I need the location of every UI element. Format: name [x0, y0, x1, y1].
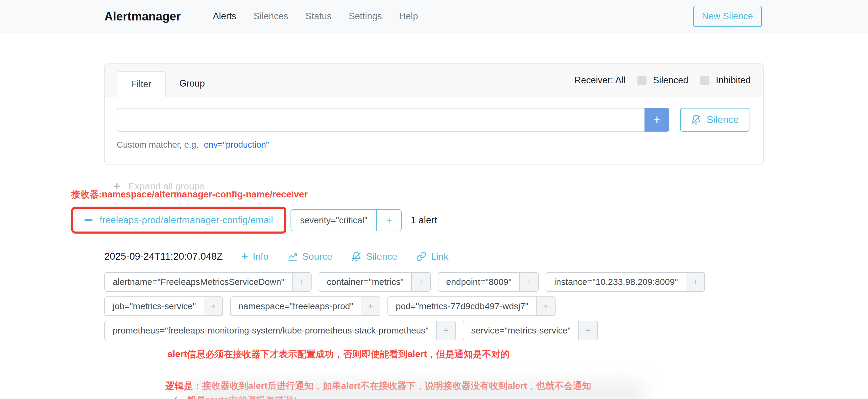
group-matcher: severity="critical" + — [290, 209, 402, 231]
receiver-group-name: freeleaps-prod/alertmanager-config/email — [100, 215, 273, 225]
new-silence-button[interactable]: New Silence — [693, 6, 762, 27]
matcher-input-group: + — [117, 108, 670, 132]
alert-count: 1 alert — [410, 215, 437, 225]
nav-link-alerts[interactable]: Alerts — [213, 11, 236, 22]
label-add-button[interactable]: + — [436, 321, 455, 340]
matcher-input-row: + Silence — [117, 108, 749, 132]
annotation-highlight-box: freeleaps-prod/alertmanager-config/email — [71, 207, 286, 234]
label-add-button[interactable]: + — [519, 273, 538, 291]
add-matcher-button[interactable]: + — [645, 108, 670, 132]
chain-link-icon — [416, 251, 426, 262]
chart-line-icon — [287, 251, 298, 262]
app-brand[interactable]: Alertmanager — [104, 10, 181, 23]
tab-group[interactable]: Group — [166, 71, 218, 97]
inhibited-checkbox-label: Inhibited — [716, 75, 751, 86]
nav-link-status[interactable]: Status — [305, 11, 332, 22]
silence-button-label: Silence — [707, 114, 739, 125]
label-chip-text: container="metrics" — [319, 273, 411, 291]
silence-alert-label: Silence — [366, 251, 397, 262]
alert-link-label: Link — [431, 251, 448, 262]
alert-link[interactable]: Link — [416, 251, 448, 262]
navbar: Alertmanager Alerts Silences Status Sett… — [0, 0, 868, 33]
label-chip: job="metrics-service" + — [104, 297, 223, 316]
inhibited-checkbox[interactable] — [700, 76, 709, 85]
silenced-checkbox[interactable] — [638, 76, 647, 85]
tab-filter[interactable]: Filter — [117, 71, 166, 97]
label-add-button[interactable]: + — [536, 297, 555, 315]
plus-icon: + — [242, 251, 248, 262]
label-chip: pod="metrics-77d9cdb497-wdsj7" + — [388, 297, 556, 316]
filter-card-header: Filter Group Receiver: All Silenced Inhi… — [105, 64, 763, 97]
silence-alert-button[interactable]: Silence — [351, 251, 397, 262]
matcher-hint-text: Custom matcher, e.g. — [117, 140, 198, 149]
inhibited-checkbox-item[interactable]: Inhibited — [700, 75, 751, 86]
label-chip-text: endpoint="8009" — [438, 273, 519, 291]
silenced-checkbox-item[interactable]: Silenced — [638, 75, 688, 86]
label-add-button[interactable]: + — [361, 297, 380, 315]
annotation-receiver-note: 接收器:namespace/altermanager-config-name/r… — [71, 188, 868, 201]
info-button-label: Info — [253, 251, 268, 262]
filter-card-body: + Silence Custom matcher, e.g. env="prod… — [105, 97, 763, 164]
label-add-button[interactable]: + — [204, 297, 223, 315]
filter-header-controls: Receiver: All Silenced Inhibited — [575, 75, 751, 86]
bell-slash-icon — [691, 115, 702, 125]
bell-slash-icon — [351, 251, 361, 262]
label-chip-text: namespace="freeleaps-prod" — [230, 297, 361, 315]
group-matcher-add-button[interactable]: + — [376, 210, 401, 231]
label-chip-text: pod="metrics-77d9cdb497-wdsj7" — [388, 297, 536, 315]
filter-card: Filter Group Receiver: All Silenced Inhi… — [104, 63, 764, 165]
label-chip: namespace="freeleaps-prod" + — [230, 297, 380, 316]
label-add-button[interactable]: + — [411, 273, 430, 291]
label-chip-text: prometheus="freeleaps-monitoring-system/… — [105, 321, 436, 340]
alert-timestamp: 2025-09-24T11:20:07.048Z — [104, 251, 223, 262]
nav-link-silences[interactable]: Silences — [253, 11, 288, 22]
silence-button[interactable]: Silence — [680, 108, 749, 132]
label-chip: instance="10.233.98.209:8009" + — [546, 272, 705, 292]
label-add-button[interactable]: + — [578, 321, 597, 340]
matcher-hint: Custom matcher, e.g. env="production" — [117, 140, 749, 150]
alert-group-row: freeleaps-prod/alertmanager-config/email… — [71, 207, 868, 234]
minus-icon — [85, 219, 92, 221]
matcher-example-link[interactable]: env="production" — [204, 140, 269, 149]
source-link-label: Source — [302, 251, 332, 262]
alert-labels: alertname="FreeleapsMetricsServiceDown" … — [104, 272, 774, 340]
label-chip-text: alertname="FreeleapsMetricsServiceDown" — [105, 273, 292, 291]
label-chip-text: job="metrics-service" — [105, 297, 204, 315]
label-add-button[interactable]: + — [686, 273, 705, 291]
label-chip: alertname="FreeleapsMetricsServiceDown" … — [104, 272, 312, 292]
label-chip-text: service="metrics-service" — [463, 321, 578, 340]
matcher-input[interactable] — [117, 108, 645, 132]
silenced-checkbox-label: Silenced — [653, 75, 688, 86]
label-add-button[interactable]: + — [292, 273, 311, 291]
nav-link-help[interactable]: Help — [399, 11, 418, 22]
label-chip: prometheus="freeleaps-monitoring-system/… — [104, 321, 456, 340]
alert-header-row: 2025-09-24T11:20:07.048Z + Info Source S… — [104, 251, 868, 262]
label-chip: endpoint="8009" + — [438, 272, 539, 292]
label-chip: service="metrics-service" + — [463, 321, 598, 340]
label-chip-text: instance="10.233.98.209:8009" — [546, 273, 685, 291]
receiver-filter[interactable]: Receiver: All — [575, 75, 625, 86]
nav-link-settings[interactable]: Settings — [349, 11, 382, 22]
annotation-config-note: alert信息必须在接收器下才表示配置成功，否则即使能看到alert，但是通知是… — [167, 348, 868, 361]
group-matcher-label[interactable]: severity="critical" — [291, 210, 376, 231]
label-chip: container="metrics" + — [319, 272, 431, 292]
filter-tabs: Filter Group — [117, 71, 218, 97]
bottom-edge-shadow — [190, 381, 646, 399]
info-button[interactable]: + Info — [242, 251, 268, 262]
source-link[interactable]: Source — [287, 251, 332, 262]
receiver-group-button[interactable]: freeleaps-prod/alertmanager-config/email — [75, 211, 282, 230]
